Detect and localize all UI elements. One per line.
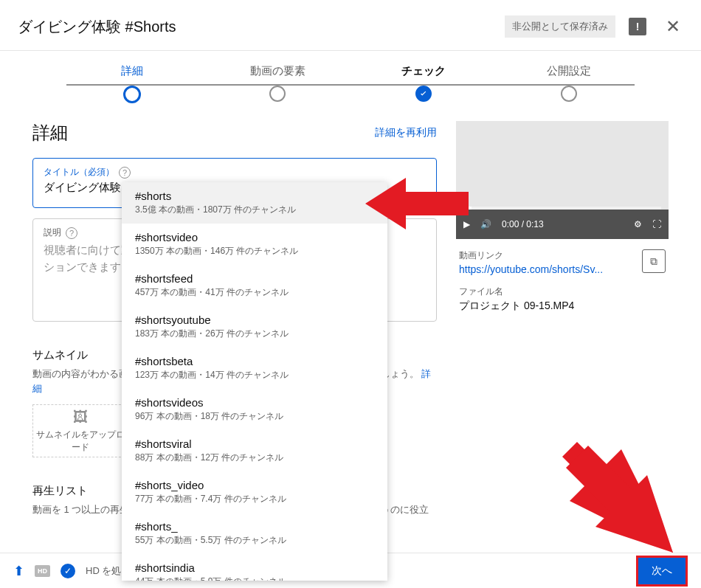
suggestion-tag: #shortsyoutube: [135, 314, 374, 326]
suggestion-tag: #shortsbeta: [135, 355, 374, 367]
dialog-title: ダイビング体験 #Shorts: [18, 17, 505, 37]
suggestion-tag: #shortsindia: [135, 561, 374, 574]
suggestion-meta: 183万 本の動画・26万 件のチャンネル: [135, 328, 374, 340]
annotation-arrow-bottom-right: [562, 442, 673, 553]
hashtag-suggestion-item[interactable]: #shorts_video77万 本の動画・7.4万 件のチャンネル: [122, 471, 387, 513]
video-link[interactable]: https://youtube.com/shorts/Sv...: [459, 263, 636, 275]
volume-icon[interactable]: 🔊: [480, 219, 491, 229]
close-button[interactable]: ✕: [663, 13, 683, 40]
saved-status-chip: 非公開として保存済み: [505, 15, 615, 38]
suggestion-meta: 44万 本の動画・5.9万 件のチャンネル: [135, 575, 374, 581]
annotation-arrow-left: [365, 174, 469, 233]
help-icon[interactable]: ?: [66, 227, 77, 239]
suggestion-tag: #shorts_: [135, 520, 374, 533]
feedback-icon[interactable]: !: [629, 18, 646, 35]
suggestion-tag: #shortsvideo: [135, 231, 374, 243]
suggestion-tag: #shortsviral: [135, 437, 374, 450]
hashtag-suggestion-item[interactable]: #shortsvideos96万 本の動画・18万 件のチャンネル: [122, 389, 387, 430]
thumbnail-upload-button[interactable]: 🖼 サムネイルをアップロード: [32, 404, 128, 457]
suggestion-meta: 88万 本の動画・12万 件のチャンネル: [135, 452, 374, 464]
copy-link-button[interactable]: ⧉: [642, 249, 666, 273]
video-link-label: 動画リンク: [459, 249, 636, 262]
suggestion-meta: 3.5億 本の動画・1807万 件のチャンネル: [135, 204, 374, 216]
settings-icon[interactable]: ⚙: [634, 219, 642, 229]
suggestion-meta: 55万 本の動画・5.5万 件のチャンネル: [135, 534, 374, 547]
image-add-icon: 🖼: [73, 409, 88, 426]
description-label: 説明: [44, 226, 61, 239]
stepper: 詳細 動画の要素 チェック 公開設定: [0, 51, 701, 103]
suggestion-meta: 1350万 本の動画・146万 件のチャンネル: [135, 245, 374, 257]
hashtag-suggestion-item[interactable]: #shorts_55万 本の動画・5.5万 件のチャンネル: [122, 513, 387, 554]
upload-icon: ⬆: [13, 563, 24, 579]
video-preview: ▶ 🔊 0:00 / 0:13 ⚙ ⛶ 動画リンク https://youtub…: [456, 121, 669, 323]
file-name-label: ファイル名: [459, 286, 666, 298]
svg-marker-0: [365, 178, 469, 229]
hashtag-suggestion-item[interactable]: #shortsfeed457万 本の動画・41万 件のチャンネル: [122, 265, 387, 306]
hashtag-suggestions-dropdown: #shorts3.5億 本の動画・1807万 件のチャンネル#shortsvid…: [122, 182, 387, 581]
hashtag-suggestion-item[interactable]: #shortsvideo1350万 本の動画・146万 件のチャンネル: [122, 224, 387, 265]
check-complete-icon: ✓: [61, 564, 75, 578]
suggestion-meta: 77万 本の動画・7.4万 件のチャンネル: [135, 493, 374, 505]
help-icon[interactable]: ?: [119, 167, 131, 179]
suggestion-tag: #shorts_video: [135, 479, 374, 491]
reuse-details-link[interactable]: 詳細を再利用: [375, 126, 437, 139]
fullscreen-icon[interactable]: ⛶: [652, 219, 661, 229]
hashtag-suggestion-item[interactable]: #shortsbeta123万 本の動画・14万 件のチャンネル: [122, 347, 387, 389]
hashtag-suggestion-item[interactable]: #shorts3.5億 本の動画・1807万 件のチャンネル: [122, 182, 387, 224]
next-button[interactable]: 次へ: [636, 556, 688, 587]
suggestion-meta: 96万 本の動画・18万 件のチャンネル: [135, 410, 374, 423]
suggestion-meta: 123万 本の動画・14万 件のチャンネル: [135, 369, 374, 381]
hashtag-suggestion-item[interactable]: #shortsindia44万 本の動画・5.9万 件のチャンネル: [122, 554, 387, 581]
suggestion-tag: #shorts: [135, 190, 374, 202]
step-checks[interactable]: チェック: [350, 64, 497, 102]
video-time: 0:00 / 0:13: [502, 219, 544, 229]
section-title: 詳細: [32, 121, 375, 145]
suggestion-tag: #shortsfeed: [135, 272, 374, 285]
hashtag-suggestion-item[interactable]: #shortsviral88万 本の動画・12万 件のチャンネル: [122, 430, 387, 471]
hd-badge: HD: [35, 565, 50, 577]
suggestion-tag: #shortsvideos: [135, 396, 374, 409]
title-label: タイトル（必須）: [44, 166, 114, 179]
step-elements[interactable]: 動画の要素: [205, 64, 351, 102]
processing-status-text: HD を処: [86, 564, 121, 578]
suggestion-meta: 457万 本の動画・41万 件のチャンネル: [135, 286, 374, 299]
hashtag-suggestion-item[interactable]: #shortsyoutube183万 本の動画・26万 件のチャンネル: [122, 306, 387, 347]
step-visibility[interactable]: 公開設定: [497, 64, 643, 102]
file-name-value: プロジェクト 09-15.MP4: [459, 300, 666, 313]
